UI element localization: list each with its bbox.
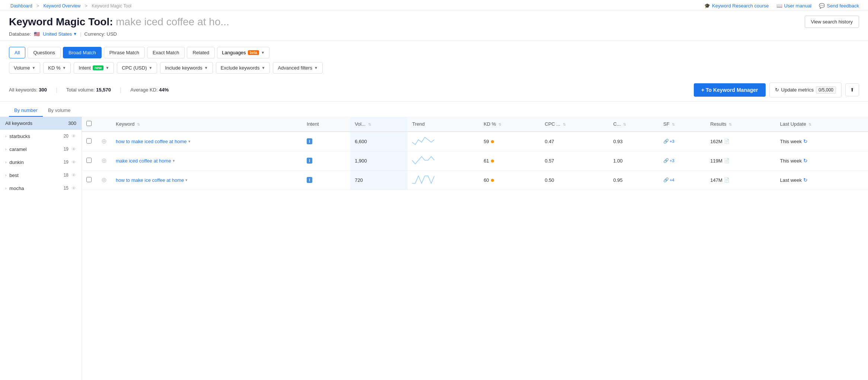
cpc-sort-icon: ⇅ (563, 122, 566, 126)
keyword-expand-icon[interactable]: ▾ (185, 178, 188, 183)
cpc-filter[interactable]: CPC (USD) ▼ (117, 62, 157, 74)
advanced-chevron-icon: ▼ (314, 66, 318, 70)
intent-filter[interactable]: Intent new ▼ (74, 62, 114, 74)
th-checkbox (82, 117, 97, 132)
keyword-link[interactable]: how to make iced coffee at home (116, 139, 187, 144)
document-icon: 📄 (724, 158, 730, 163)
sidebar: All keywords 300 › starbucks 20 👁 › cara… (0, 117, 82, 380)
eye-icon-caramel[interactable]: 👁 (71, 146, 76, 152)
breadcrumb: Dashboard > Keyword Overview > Keyword M… (9, 3, 133, 9)
row-last-update-cell: This week ↻ (776, 151, 868, 170)
volume-filter[interactable]: Volume ▼ (9, 62, 40, 74)
row-checkbox[interactable] (86, 177, 92, 182)
sidebar-label-caramel: caramel (9, 146, 26, 152)
th-kd[interactable]: KD % ⇅ (479, 117, 540, 132)
row-kd-cell: 61 (479, 151, 540, 170)
tab-all[interactable]: All (9, 47, 25, 58)
th-volume[interactable]: Vol... ⇅ (350, 117, 408, 132)
sf-count: +3 (670, 139, 674, 144)
keyword-link[interactable]: how to make ice coffee at home (116, 177, 184, 183)
sf-count: +4 (670, 178, 674, 182)
languages-dropdown[interactable]: Languages beta ▼ (217, 47, 269, 58)
kd-chevron-icon: ▼ (63, 66, 66, 70)
sidebar-item-starbucks[interactable]: › starbucks 20 👁 (0, 130, 82, 143)
intent-badge: I (307, 158, 312, 164)
row-results-cell: 147M 📄 (706, 170, 775, 190)
sort-tab-by-number[interactable]: By number (9, 104, 43, 117)
tab-phrase-match[interactable]: Phrase Match (104, 47, 145, 58)
th-last-update[interactable]: Last Update ⇅ (776, 117, 868, 132)
filters-section: All Questions Broad Match Phrase Match E… (0, 41, 868, 74)
view-history-button[interactable]: View search history (805, 16, 859, 28)
tab-broad-match[interactable]: Broad Match (63, 47, 102, 58)
top-links: 🎓 Keyword Research course 📖 User manual … (704, 3, 859, 9)
eye-icon-dunkin[interactable]: 👁 (71, 160, 76, 165)
keyword-research-course-link[interactable]: 🎓 Keyword Research course (704, 3, 769, 9)
eye-icon-best[interactable]: 👁 (71, 173, 76, 178)
tab-exact-match[interactable]: Exact Match (147, 47, 185, 58)
tab-related[interactable]: Related (187, 47, 215, 58)
row-checkbox-cell (82, 151, 97, 170)
th-cpc[interactable]: CPC ... ⇅ (540, 117, 609, 132)
add-to-list-button[interactable]: ⊕ (101, 157, 107, 164)
row-checkbox[interactable] (86, 138, 92, 144)
row-add-cell: ⊕ (97, 132, 111, 151)
include-keywords-filter[interactable]: Include keywords ▼ (160, 62, 213, 74)
average-kd-stat: Average KD: 44% (130, 87, 169, 93)
refresh-row-icon[interactable]: ↻ (803, 177, 808, 183)
database-chevron-icon: ▼ (73, 32, 77, 36)
keyword-link[interactable]: make iced coffee at home (116, 158, 171, 164)
sidebar-chevron-best: › (5, 173, 6, 177)
intent-chevron-icon: ▼ (105, 66, 109, 70)
sidebar-item-dunkin[interactable]: › dunkin 19 👁 (0, 156, 82, 169)
sort-tab-by-volume[interactable]: By volume (43, 104, 76, 117)
row-cpc-cell: 0.50 (540, 170, 609, 190)
tab-questions[interactable]: Questions (28, 47, 61, 58)
send-feedback-link[interactable]: 💬 Send feedback (819, 3, 859, 9)
select-all-checkbox[interactable] (86, 121, 92, 126)
sidebar-item-all-keywords[interactable]: All keywords 300 (0, 117, 82, 130)
row-sf-cell: 🔗 +3 (659, 132, 706, 151)
export-button[interactable]: ⬆ (845, 83, 859, 96)
th-results[interactable]: Results ⇅ (706, 117, 775, 132)
keyword-expand-icon[interactable]: ▾ (173, 158, 175, 163)
trend-sparkline (412, 175, 434, 184)
eye-icon-mocha[interactable]: 👁 (71, 186, 76, 191)
row-checkbox[interactable] (86, 158, 92, 163)
update-metrics-button[interactable]: ↻ Update metrics 0/5,000 (769, 83, 842, 97)
breadcrumb-keyword-overview[interactable]: Keyword Overview (43, 3, 80, 9)
advanced-filters[interactable]: Advanced filters ▼ (273, 62, 322, 74)
row-results-cell: 119M 📄 (706, 151, 775, 170)
row-cpc-cell: 0.47 (540, 132, 609, 151)
eye-icon-starbucks[interactable]: 👁 (71, 133, 76, 139)
row-trend-cell (408, 151, 479, 170)
chain-link-icon: 🔗 (663, 139, 669, 144)
row-com-cell: 0.95 (609, 170, 659, 190)
th-keyword[interactable]: Keyword ⇅ (111, 117, 302, 132)
th-com[interactable]: C... ⇅ (609, 117, 659, 132)
add-to-list-button[interactable]: ⊕ (101, 138, 107, 145)
keyword-sort-icon: ⇅ (137, 122, 140, 126)
breadcrumb-dashboard[interactable]: Dashboard (10, 3, 32, 9)
sidebar-item-best[interactable]: › best 18 👁 (0, 169, 82, 182)
row-volume-cell: 1,900 (350, 151, 408, 170)
kd-filter[interactable]: KD % ▼ (43, 62, 71, 74)
keyword-expand-icon[interactable]: ▾ (188, 139, 191, 144)
feedback-icon: 💬 (819, 3, 825, 9)
refresh-row-icon[interactable]: ↻ (803, 138, 808, 144)
add-to-list-button[interactable]: ⊕ (101, 177, 107, 183)
keyword-manager-button[interactable]: + To Keyword Manager (694, 83, 766, 97)
results-value: 119M (710, 158, 722, 164)
refresh-row-icon[interactable]: ↻ (803, 158, 808, 164)
manual-icon: 📖 (776, 3, 782, 9)
sidebar-item-mocha[interactable]: › mocha 15 👁 (0, 182, 82, 195)
sidebar-item-caramel[interactable]: › caramel 19 👁 (0, 143, 82, 156)
exclude-keywords-filter[interactable]: Exclude keywords ▼ (216, 62, 270, 74)
th-sf[interactable]: SF ⇅ (659, 117, 706, 132)
last-update-value: This week (780, 139, 802, 144)
row-add-cell: ⊕ (97, 170, 111, 190)
user-manual-link[interactable]: 📖 User manual (776, 3, 812, 9)
sidebar-label-dunkin: dunkin (9, 160, 23, 165)
database-dropdown[interactable]: United States ▼ (43, 31, 77, 37)
intent-badge: I (307, 138, 312, 144)
